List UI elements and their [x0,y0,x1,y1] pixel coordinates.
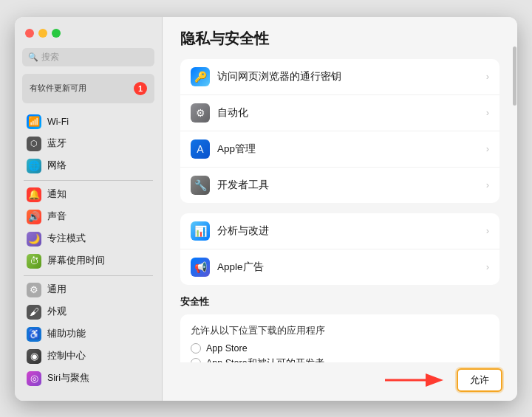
apple-ads-chevron: › [486,261,489,272]
close-button[interactable] [25,29,34,38]
settings-row-browser-key[interactable]: 🔑 访问网页浏览器的通行密钥 › [180,59,499,95]
automation-icon: ⚙ [191,103,210,123]
radio-label-app-store: App Store [206,343,248,354]
security-section: 允许从以下位置下载的应用程序 App Store App Store和被认可的开… [180,314,499,362]
main-window: 🔍 搜索 有软件更新可用 1 📶 Wi-Fi ⬡ 蓝牙 🌐 网络 🔔 通知 [15,17,517,401]
fullscreen-button[interactable] [52,29,61,38]
traffic-lights [15,26,162,48]
dev-tools-chevron: › [486,179,489,190]
divider-1 [24,180,153,181]
sidebar-item-focus[interactable]: 🌙 专注模式 [18,228,159,250]
sidebar-item-appearance[interactable]: 🖌 外观 [18,301,159,323]
security-desc: 允许从以下位置下载的应用程序 [191,325,489,337]
sidebar-item-accessibility[interactable]: ♿ 辅助功能 [18,323,159,345]
sidebar-label-focus: 专注模式 [47,232,86,245]
app-manage-label: App管理 [217,142,479,156]
arrow-icon [381,369,448,391]
allow-area: 允许 [163,362,517,401]
automation-label: 自动化 [217,106,479,120]
sidebar: 🔍 搜索 有软件更新可用 1 📶 Wi-Fi ⬡ 蓝牙 🌐 网络 🔔 通知 [15,17,163,401]
sidebar-item-control[interactable]: ◉ 控制中心 [18,345,159,368]
sidebar-item-screentime[interactable]: ⏱ 屏幕使用时间 [18,250,159,272]
sidebar-label-siri: Siri与聚焦 [47,372,89,385]
sidebar-item-wifi[interactable]: 📶 Wi-Fi [18,111,159,133]
search-placeholder: 搜索 [41,51,59,63]
dev-tools-icon: 🔧 [191,176,210,195]
general-icon: ⚙ [27,283,41,297]
security-section-title: 安全性 [180,295,499,309]
search-icon: 🔍 [28,52,38,62]
sidebar-label-screentime: 屏幕使用时间 [47,255,105,267]
radio-app-store[interactable]: App Store [191,343,489,354]
analytics-label: 分析与改进 [217,224,479,238]
sidebar-item-bluetooth[interactable]: ⬡ 蓝牙 [18,133,159,155]
notification-icon: 🔔 [27,187,41,202]
sidebar-label-appearance: 外观 [47,306,66,318]
sidebar-label-notification: 通知 [47,188,66,201]
minimize-button[interactable] [38,29,47,38]
settings-row-apple-ads[interactable]: 📢 Apple广告 › [180,249,499,285]
wifi-icon: 📶 [27,114,41,129]
focus-icon: 🌙 [27,232,41,247]
sidebar-label-general: 通用 [47,283,66,296]
appearance-icon: 🖌 [27,305,41,320]
radio-app-store-dev[interactable]: App Store和被认可的开发者 [191,357,489,362]
sound-icon: 🔊 [27,210,41,224]
sidebar-label-wifi: Wi-Fi [47,117,69,127]
settings-row-dev-tools[interactable]: 🔧 开发者工具 › [180,168,499,203]
app-manage-icon: A [191,139,210,159]
sidebar-nav: 📶 Wi-Fi ⬡ 蓝牙 🌐 网络 🔔 通知 🔊 声音 🌙 [15,109,162,391]
analytics-chevron: › [486,225,489,236]
sidebar-label-bluetooth: 蓝牙 [47,137,66,150]
app-manage-chevron: › [486,143,489,154]
update-text: 有软件更新可用 [30,83,86,94]
settings-group-analytics: 📊 分析与改进 › 📢 Apple广告 › [180,213,499,285]
scrollbar-thumb [513,46,516,106]
sidebar-item-network[interactable]: 🌐 网络 [18,155,159,177]
radio-circle-app-store [191,343,201,354]
network-icon: 🌐 [27,159,41,173]
sidebar-item-siri[interactable]: ◎ Siri与聚焦 [18,368,159,390]
screentime-icon: ⏱ [27,254,41,269]
settings-row-analytics[interactable]: 📊 分析与改进 › [180,213,499,249]
dev-tools-label: 开发者工具 [217,179,479,192]
main-content: 隐私与安全性 🔑 访问网页浏览器的通行密钥 › ⚙ 自动化 › A App管理 … [163,17,517,401]
control-icon: ◉ [27,349,41,364]
automation-chevron: › [486,107,489,118]
sidebar-label-control: 控制中心 [47,350,86,362]
apple-ads-icon: 📢 [191,258,210,277]
browser-key-label: 访问网页浏览器的通行密钥 [217,70,479,83]
siri-icon: ◎ [27,371,41,386]
analytics-icon: 📊 [191,221,210,241]
update-banner[interactable]: 有软件更新可用 1 [22,74,154,103]
sidebar-item-general[interactable]: ⚙ 通用 [18,279,159,301]
browser-key-chevron: › [486,71,489,82]
bluetooth-icon: ⬡ [27,137,41,151]
main-scroll-area: 隐私与安全性 🔑 访问网页浏览器的通行密钥 › ⚙ 自动化 › A App管理 … [163,17,517,362]
radio-label-app-store-dev: App Store和被认可的开发者 [206,357,324,362]
sidebar-label-sound: 声音 [47,210,66,223]
settings-group-privacy: 🔑 访问网页浏览器的通行密钥 › ⚙ 自动化 › A App管理 › 🔧 开发者… [180,59,499,203]
apple-ads-label: Apple广告 [217,261,479,274]
sidebar-label-network: 网络 [47,159,66,172]
update-badge: 1 [134,82,147,95]
sidebar-item-sound[interactable]: 🔊 声音 [18,206,159,228]
browser-key-icon: 🔑 [191,67,210,86]
sidebar-label-accessibility: 辅助功能 [47,328,86,340]
settings-row-automation[interactable]: ⚙ 自动化 › [180,95,499,131]
divider-2 [24,275,153,276]
accessibility-icon: ♿ [27,327,41,342]
settings-row-app-manage[interactable]: A App管理 › [180,131,499,168]
radio-group-download: App Store App Store和被认可的开发者 任何来源 [191,343,489,362]
search-bar[interactable]: 🔍 搜索 [22,48,154,66]
allow-button[interactable]: 允许 [457,368,502,392]
page-title: 隐私与安全性 [180,29,499,49]
sidebar-item-notification[interactable]: 🔔 通知 [18,184,159,206]
scrollbar-track [511,17,517,401]
